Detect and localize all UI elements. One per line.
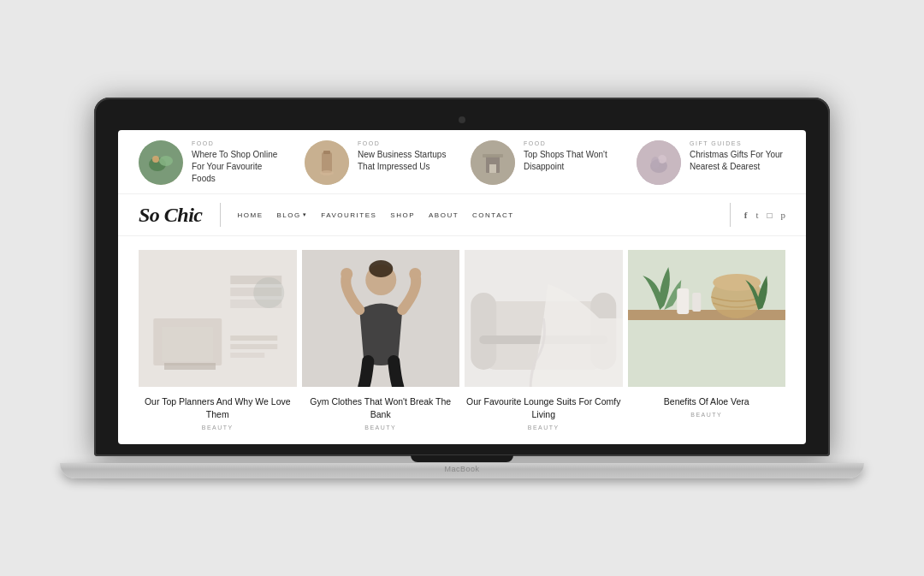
top-title-3: Top Shops That Won't Disappoint — [524, 149, 619, 173]
thumb-shops — [471, 140, 515, 185]
top-text-3: FOOD Top Shops That Won't Disappoint — [524, 140, 619, 173]
top-item-1[interactable]: FOOD Where To Shop Online For Your Favou… — [139, 140, 287, 185]
svg-rect-21 — [230, 336, 277, 341]
macbook-screen: FOOD Where To Shop Online For Your Favou… — [94, 98, 830, 455]
svg-rect-41 — [692, 293, 701, 312]
nav-divider-left — [220, 203, 221, 227]
grid-title-aloe: Benefits Of Aloe Vera — [628, 395, 786, 408]
top-category-4: GIFT GUIDES — [690, 140, 785, 146]
svg-rect-22 — [230, 344, 277, 349]
macbook-container: FOOD Where To Shop Online For Your Favou… — [94, 98, 830, 478]
svg-point-7 — [320, 170, 334, 175]
thumb-gift-svg — [637, 140, 681, 185]
top-title-1: Where To Shop Online For Your Favourite … — [192, 149, 287, 185]
nav: So Chic HOME BLOG ▾ FAVOURITES SHOP ABOU… — [118, 194, 806, 236]
nav-home[interactable]: HOME — [238, 211, 264, 219]
facebook-icon[interactable]: f — [744, 210, 748, 220]
chevron-down-icon: ▾ — [303, 211, 308, 218]
grid-tag-planners: BEAUTY — [139, 425, 297, 431]
grid-image-lounge — [465, 250, 623, 387]
grid-tag-lounge: BEAUTY — [465, 425, 623, 431]
svg-rect-33 — [471, 293, 496, 370]
svg-point-15 — [651, 157, 660, 169]
top-item-3[interactable]: FOOD Top Shops That Won't Disappoint — [471, 140, 619, 185]
thumb-food1 — [139, 140, 183, 185]
thumb-food2-svg — [305, 140, 349, 185]
thumb-food1-svg — [139, 140, 183, 185]
top-text-4: GIFT GUIDES Christmas Gifts For Your Nea… — [690, 140, 785, 173]
camera — [459, 116, 465, 123]
site-logo[interactable]: So Chic — [139, 204, 203, 227]
grid-item-gym[interactable]: Gym Clothes That Won't Break The Bank BE… — [302, 250, 460, 430]
nav-shop[interactable]: SHOP — [390, 211, 415, 219]
svg-point-30 — [369, 260, 393, 277]
thumb-food2 — [305, 140, 349, 185]
lounge-svg — [465, 250, 623, 387]
macbook-notch — [411, 455, 513, 462]
nav-favourites[interactable]: FAVOURITES — [321, 211, 376, 219]
svg-rect-5 — [322, 152, 332, 173]
top-item-4[interactable]: GIFT GUIDES Christmas Gifts For Your Nea… — [637, 140, 785, 185]
gym-svg — [302, 250, 460, 387]
svg-rect-40 — [677, 288, 689, 314]
top-text-1: FOOD Where To Shop Online For Your Favou… — [192, 140, 287, 185]
top-category-1: FOOD — [192, 140, 287, 146]
grid-title-gym: Gym Clothes That Won't Break The Bank — [302, 395, 460, 420]
grid-title-lounge: Our Favourite Lounge Suits For Comfy Liv… — [465, 395, 623, 420]
grid-image-gym — [302, 250, 460, 387]
top-bar: FOOD Where To Shop Online For Your Favou… — [118, 130, 806, 194]
macbook-display: FOOD Where To Shop Online For Your Favou… — [118, 130, 806, 443]
grid-title-planners: Our Top Planners And Why We Love Them — [139, 395, 297, 420]
website: FOOD Where To Shop Online For Your Favou… — [118, 130, 806, 443]
svg-point-28 — [341, 268, 352, 280]
instagram-icon[interactable]: □ — [767, 211, 772, 220]
top-title-4: Christmas Gifts For Your Nearest & Deare… — [690, 149, 785, 173]
planners-svg — [139, 250, 297, 387]
svg-rect-10 — [483, 154, 503, 157]
svg-rect-24 — [162, 327, 213, 361]
svg-point-2 — [159, 156, 173, 166]
nav-divider-right — [730, 203, 731, 227]
svg-rect-6 — [323, 151, 330, 154]
svg-rect-23 — [230, 353, 264, 358]
grid-tag-aloe: BEAUTY — [628, 412, 786, 418]
top-title-2: New Business Startups That Impressed Us — [358, 149, 453, 173]
grid-image-planners — [139, 250, 297, 387]
macbook-base — [60, 463, 864, 478]
pinterest-icon[interactable]: p — [781, 210, 786, 220]
thumb-shops-svg — [471, 140, 515, 185]
svg-point-29 — [409, 268, 421, 280]
nav-links: HOME BLOG ▾ FAVOURITES SHOP ABOUT CONTAC… — [238, 211, 716, 219]
twitter-icon[interactable]: t — [755, 210, 758, 220]
main-grid: Our Top Planners And Why We Love Them BE… — [118, 236, 806, 443]
nav-contact[interactable]: CONTACT — [472, 211, 514, 219]
grid-image-aloe — [628, 250, 786, 387]
svg-point-3 — [152, 156, 159, 163]
nav-about[interactable]: ABOUT — [429, 211, 459, 219]
top-item-2[interactable]: FOOD New Business Startups That Impresse… — [305, 140, 453, 185]
grid-tag-gym: BEAUTY — [302, 425, 460, 431]
svg-point-25 — [253, 277, 284, 308]
grid-item-planners[interactable]: Our Top Planners And Why We Love Them BE… — [139, 250, 297, 430]
top-text-2: FOOD New Business Startups That Impresse… — [358, 140, 453, 173]
svg-rect-37 — [628, 310, 786, 320]
nav-blog[interactable]: BLOG ▾ — [277, 211, 308, 219]
aloe-svg — [628, 250, 786, 387]
grid-item-lounge[interactable]: Our Favourite Lounge Suits For Comfy Liv… — [465, 250, 623, 430]
top-category-2: FOOD — [358, 140, 453, 146]
thumb-gift — [637, 140, 681, 185]
grid-item-aloe[interactable]: Benefits Of Aloe Vera BEAUTY — [628, 250, 786, 430]
social-icons: f t □ p — [744, 210, 785, 220]
svg-rect-11 — [489, 164, 496, 173]
top-category-3: FOOD — [524, 140, 619, 146]
